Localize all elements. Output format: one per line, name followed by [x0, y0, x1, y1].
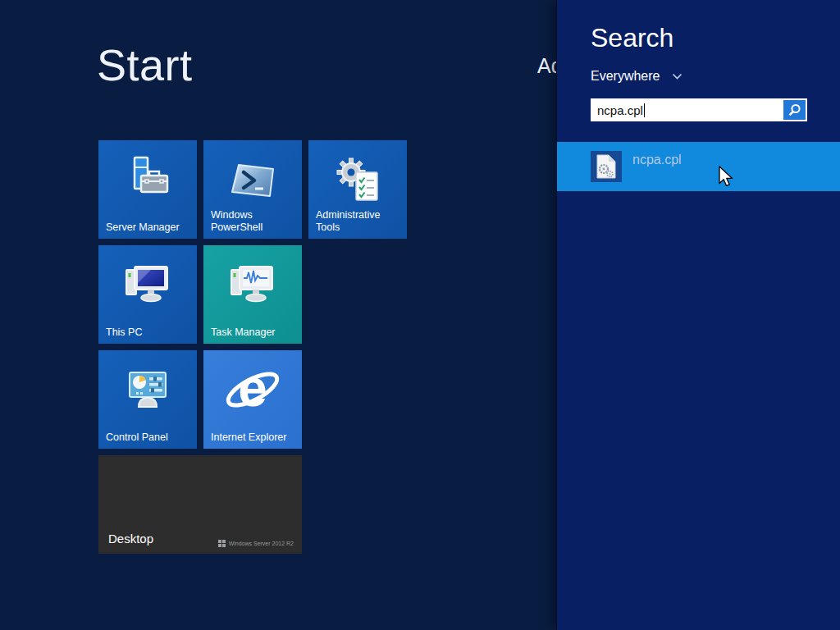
cpl-file-icon [591, 151, 622, 182]
search-button[interactable] [783, 100, 806, 120]
tile-server-manager[interactable]: Server Manager [98, 140, 197, 239]
search-result-ncpa[interactable]: ncpa.cpl [557, 142, 840, 191]
server-manager-icon [98, 150, 197, 209]
tile-internet-explorer[interactable]: e Internet Explorer [203, 350, 302, 449]
tile-label: Control Panel [106, 431, 193, 444]
tile-desktop[interactable]: Desktop Windows Server 2012 R2 [98, 455, 302, 554]
tile-control-panel[interactable]: Control Panel [98, 350, 197, 449]
administrative-tools-icon [308, 150, 407, 209]
tile-label: Server Manager [106, 221, 193, 234]
search-result-label: ncpa.cpl [632, 153, 682, 167]
search-input[interactable]: ncpa.cpl [591, 98, 807, 121]
mouse-cursor-icon [719, 166, 735, 189]
internet-explorer-icon: e [203, 355, 302, 424]
task-manager-icon [203, 255, 302, 314]
windows-watermark: Windows Server 2012 R2 [218, 540, 294, 547]
windows-flag-icon [218, 540, 226, 547]
search-input-value: ncpa.cpl [591, 103, 643, 117]
tile-administrative-tools[interactable]: Administrative Tools [308, 140, 407, 239]
chevron-down-icon [672, 73, 682, 80]
magnifier-icon [788, 103, 801, 117]
svg-text:e: e [238, 358, 267, 418]
tile-this-pc[interactable]: This PC [98, 245, 197, 344]
control-panel-icon [98, 360, 197, 419]
page-title: Start [97, 39, 193, 90]
user-name-partial: Ad [537, 54, 557, 78]
tile-windows-powershell[interactable]: Windows PowerShell [203, 140, 302, 239]
search-panel-title: Search [591, 23, 673, 53]
tile-task-manager[interactable]: Task Manager [203, 245, 302, 344]
search-scope-dropdown[interactable]: Everywhere [591, 69, 682, 84]
text-caret [644, 103, 645, 117]
tile-label: This PC [106, 326, 193, 339]
powershell-icon [203, 150, 302, 209]
watermark-text: Windows Server 2012 R2 [229, 541, 294, 546]
tile-label: Internet Explorer [211, 431, 298, 444]
this-pc-icon [98, 255, 197, 314]
tile-label: Windows PowerShell [211, 209, 298, 234]
tile-label: Administrative Tools [316, 209, 403, 234]
scope-label: Everywhere [591, 69, 660, 84]
search-panel: Search Everywhere ncpa.cpl n [556, 0, 840, 630]
tile-label: Task Manager [211, 326, 298, 339]
